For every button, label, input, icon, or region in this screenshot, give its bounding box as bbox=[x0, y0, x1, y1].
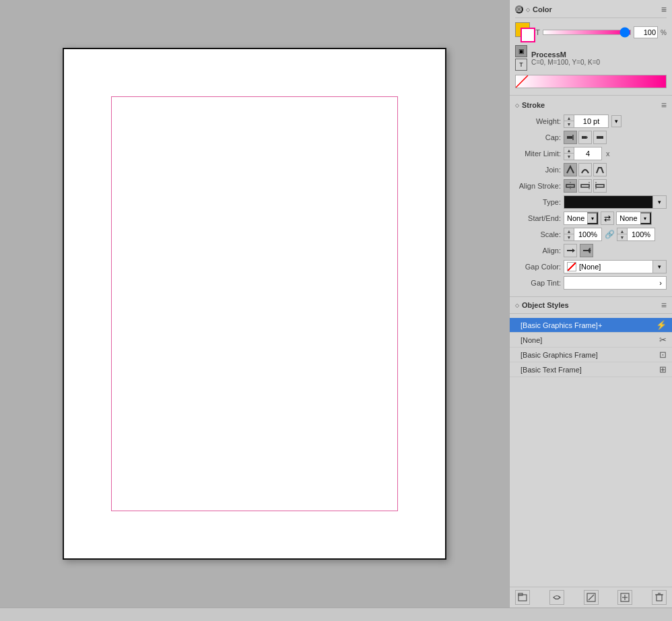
style-item-icon-2: ⊡ bbox=[659, 350, 667, 360]
miter-limit-row: Miter Limit: ▲ ▼ x bbox=[515, 147, 667, 160]
style-item-basic-text[interactable]: [Basic Text Frame] ⊞ bbox=[510, 362, 672, 377]
start-end-row: Start/End: None ▾ ⇄ None ▾ bbox=[515, 211, 667, 225]
svg-line-20 bbox=[589, 595, 594, 600]
new-style-button[interactable] bbox=[617, 590, 632, 605]
join-bevel-button[interactable] bbox=[593, 163, 607, 176]
cap-round-button[interactable] bbox=[578, 131, 592, 144]
scale1-arrows: ▲ ▼ bbox=[564, 228, 574, 240]
start-dropdown[interactable]: ▾ bbox=[587, 212, 598, 224]
end-value: None bbox=[617, 214, 640, 222]
gap-color-text: [None] bbox=[579, 263, 601, 271]
join-buttons bbox=[564, 163, 607, 176]
align-inside-button[interactable] bbox=[578, 179, 592, 193]
gap-color-value[interactable]: [None] bbox=[564, 260, 653, 273]
miter-arrows: ▲ ▼ bbox=[564, 148, 574, 160]
style-item-icon-0: ⚡ bbox=[656, 320, 667, 330]
cap-projecting-button[interactable] bbox=[593, 131, 607, 144]
new-style-group-button[interactable] bbox=[515, 590, 530, 605]
style-item-basic-graphics[interactable]: [Basic Graphics Frame] ⊡ bbox=[510, 348, 672, 362]
scale1-down[interactable]: ▼ bbox=[564, 234, 574, 240]
panel-close-button[interactable]: ✕ bbox=[515, 5, 523, 13]
miter-down-arrow[interactable]: ▼ bbox=[564, 154, 574, 160]
tint-label: T bbox=[535, 28, 540, 36]
miter-input[interactable] bbox=[574, 148, 601, 160]
align-outside-button[interactable] bbox=[593, 179, 607, 193]
gap-color-container: [None] ▾ bbox=[564, 260, 667, 273]
color-gradient-bar[interactable] bbox=[515, 75, 667, 88]
object-styles-menu[interactable]: ≡ bbox=[661, 300, 667, 310]
join-round-button[interactable] bbox=[578, 163, 592, 176]
align-buttons bbox=[564, 244, 593, 257]
style-item-basic-graphics-plus[interactable]: [Basic Graphics Frame]+ ⚡ bbox=[510, 318, 672, 333]
type-row: Type: ▾ bbox=[515, 195, 667, 209]
weight-input[interactable] bbox=[574, 115, 608, 127]
tint-control-row: T 100 % bbox=[535, 26, 667, 38]
style-item-none[interactable]: [None] ✂ bbox=[510, 333, 672, 348]
scale1-up[interactable]: ▲ bbox=[564, 228, 574, 234]
style-item-label-2: [Basic Graphics Frame] bbox=[520, 351, 598, 359]
stroke-swatch[interactable] bbox=[520, 28, 535, 42]
style-item-label-1: [None] bbox=[520, 336, 542, 344]
start-end-label: Start/End: bbox=[515, 214, 561, 222]
redefine-style-button[interactable] bbox=[549, 590, 564, 605]
status-bar bbox=[0, 608, 672, 621]
scale2-down[interactable]: ▼ bbox=[617, 234, 627, 240]
main-area: ✕ ◇ Color ≡ T 100 % bbox=[0, 0, 672, 608]
gap-color-label: Gap Color: bbox=[515, 263, 561, 271]
svg-rect-2 bbox=[572, 135, 574, 140]
scale2-up[interactable]: ▲ bbox=[617, 228, 627, 234]
color-panel-menu[interactable]: ≡ bbox=[661, 4, 667, 15]
weight-down-arrow[interactable]: ▼ bbox=[564, 121, 574, 127]
bg-color-button[interactable]: T bbox=[515, 59, 527, 71]
stroke-panel-menu[interactable]: ≡ bbox=[661, 100, 667, 110]
swap-button[interactable]: ⇄ bbox=[601, 211, 614, 225]
color-swatch-stack[interactable] bbox=[515, 22, 533, 42]
svg-line-18 bbox=[558, 596, 560, 597]
stroke-panel: ◇ Stroke ≡ Weight: ▲ ▼ ▾ Cap: bbox=[510, 96, 672, 297]
cap-butt-button[interactable] bbox=[564, 131, 577, 144]
style-item-label-3: [Basic Text Frame] bbox=[520, 366, 582, 374]
svg-rect-24 bbox=[657, 595, 662, 601]
align-right-button[interactable] bbox=[580, 244, 593, 257]
tint-row: T 100 % bbox=[515, 22, 667, 42]
styles-list: [Basic Graphics Frame]+ ⚡ [None] ✂ [Basi… bbox=[510, 318, 672, 587]
cap-buttons bbox=[564, 131, 607, 144]
miter-up-arrow[interactable]: ▲ bbox=[564, 148, 574, 154]
fg-bg-buttons: ▣ T bbox=[515, 45, 527, 71]
type-dropdown-container: ▾ bbox=[564, 195, 667, 209]
cap-label: Cap: bbox=[515, 133, 561, 141]
scale2-spinner: ▲ ▼ bbox=[617, 228, 655, 241]
canvas-area bbox=[0, 0, 509, 608]
scale1-spinner: ▲ ▼ bbox=[564, 228, 602, 241]
scale2-input[interactable] bbox=[628, 228, 654, 240]
align-center-button[interactable] bbox=[564, 179, 577, 193]
right-panel: ✕ ◇ Color ≡ T 100 % bbox=[509, 0, 672, 608]
align-row: Align: bbox=[515, 244, 667, 257]
stroke-arrow: ◇ bbox=[515, 102, 519, 108]
svg-marker-12 bbox=[572, 249, 575, 253]
scale-inputs: ▲ ▼ 🔗 ▲ ▼ bbox=[564, 228, 655, 241]
gap-color-row: Gap Color: [None] ▾ bbox=[515, 260, 667, 273]
weight-dropdown[interactable]: ▾ bbox=[611, 115, 621, 127]
gap-tint-label: Gap Tint: bbox=[515, 279, 561, 287]
scale-link-icon[interactable]: 🔗 bbox=[604, 228, 615, 241]
type-dropdown-arrow[interactable]: ▾ bbox=[653, 195, 667, 209]
fg-color-button[interactable]: ▣ bbox=[515, 45, 527, 57]
type-dropdown-value[interactable] bbox=[564, 195, 653, 209]
scale1-input[interactable] bbox=[574, 228, 601, 240]
align-left-button[interactable] bbox=[564, 244, 577, 257]
end-dropdown[interactable]: ▾ bbox=[640, 212, 651, 224]
tint-slider[interactable] bbox=[543, 30, 631, 35]
miter-limit-label: Miter Limit: bbox=[515, 150, 561, 158]
scale-row: Scale: ▲ ▼ 🔗 ▲ ▼ bbox=[515, 228, 667, 241]
gradient-slash bbox=[516, 75, 529, 88]
gap-tint-button[interactable]: › bbox=[564, 276, 667, 290]
join-miter-button[interactable] bbox=[564, 163, 577, 176]
gap-color-arrow[interactable]: ▾ bbox=[653, 260, 667, 273]
inner-frame bbox=[111, 96, 398, 511]
tint-value-input[interactable]: 100 bbox=[634, 26, 658, 38]
clear-overrides-button[interactable] bbox=[584, 590, 599, 605]
weight-up-arrow[interactable]: ▲ bbox=[564, 115, 574, 121]
delete-style-button[interactable] bbox=[652, 590, 667, 605]
color-panel-title: Color bbox=[533, 5, 552, 13]
